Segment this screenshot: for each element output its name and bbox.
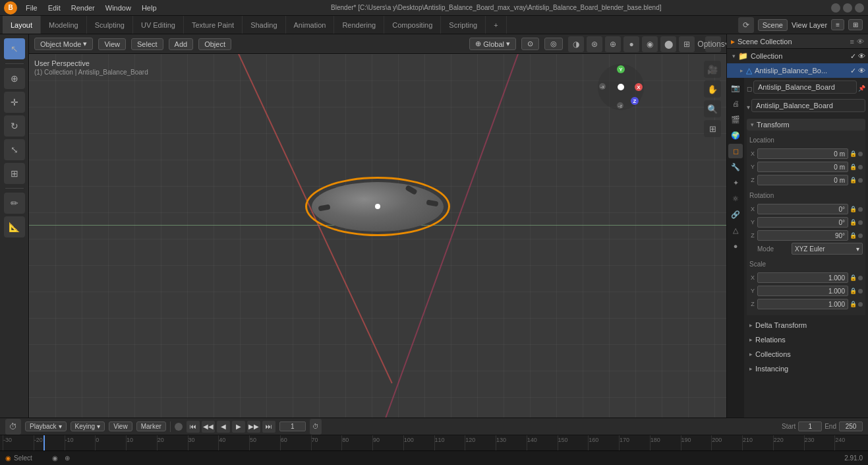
tab-shading[interactable]: Shading [243, 16, 285, 34]
outliner-eye-icon[interactable]: 👁 [857, 38, 864, 46]
tool-rotate[interactable]: ↻ [4, 115, 25, 137]
collection-vis-checkbox[interactable]: ✓ [850, 52, 856, 61]
workspace-icon-btn[interactable]: ⟳ [738, 17, 754, 33]
location-z-input[interactable] [757, 175, 848, 185]
scale-x-input[interactable] [757, 272, 848, 283]
menu-edit[interactable]: Edit [43, 3, 65, 13]
proportional-edit-btn[interactable]: ◎ [544, 38, 563, 50]
minimize-button[interactable] [831, 3, 840, 13]
tool-cursor[interactable]: ⊕ [4, 68, 25, 89]
next-frame-btn[interactable]: ▶▶ [247, 421, 260, 433]
jump-to-end-btn[interactable]: ⏭ [262, 421, 275, 433]
rot-z-lock[interactable]: 🔒 [850, 232, 857, 239]
prop-render-icon[interactable]: 📷 [728, 80, 743, 95]
tab-compositing[interactable]: Compositing [384, 16, 441, 34]
scale-y-input[interactable] [757, 286, 848, 296]
outliner-item-object[interactable]: ▸ △ Antislip_Balance_Bo... ✓ 👁 [727, 63, 868, 78]
viewport-material-btn[interactable]: ◉ [642, 36, 658, 52]
viewport-eevee-btn[interactable]: ⊞ [679, 36, 695, 52]
tool-scale[interactable]: ⤡ [4, 139, 25, 160]
close-button[interactable] [855, 3, 864, 13]
end-frame-input[interactable]: 250 [839, 421, 863, 431]
prop-object-icon[interactable]: ◻ [728, 144, 743, 158]
outliner-item-collection[interactable]: ▾ 📁 Collection ✓ 👁 [727, 49, 868, 63]
viewport-solid-btn[interactable]: ● [623, 36, 639, 52]
menu-help[interactable]: Help [137, 3, 161, 13]
prop-output-icon[interactable]: 🖨 [728, 96, 743, 111]
menu-window[interactable]: Window [101, 3, 136, 13]
tab-texture-paint[interactable]: Texture Paint [184, 16, 243, 34]
scale-x-lock[interactable]: 🔒 [850, 274, 857, 281]
view-menu[interactable]: View [98, 38, 126, 50]
search-btn[interactable]: 🔍 [704, 100, 721, 117]
rot-y-lock[interactable]: 🔒 [850, 219, 857, 226]
rotation-x-input[interactable] [757, 204, 848, 214]
timeline-marker-btn[interactable]: Marker [136, 421, 166, 431]
tool-transform[interactable]: ⊞ [4, 163, 25, 184]
object-name-field[interactable]: Antislip_Balance_Board [753, 80, 857, 94]
snap-btn[interactable]: ⊙ [521, 38, 539, 50]
add-menu[interactable]: Add [169, 38, 194, 50]
grid-btn[interactable]: ⊞ [704, 120, 721, 137]
prop-data-icon[interactable]: △ [728, 223, 743, 237]
viewport-overlay-btn[interactable]: ⊛ [587, 36, 602, 52]
outliner-filter-icon[interactable]: ≡ [850, 38, 854, 46]
rotation-z-input[interactable] [757, 230, 848, 241]
delta-transform-row[interactable]: ▸ Delta Transform [747, 318, 865, 332]
loc-y-lock[interactable]: 🔒 [850, 164, 857, 170]
blender-logo[interactable]: B [4, 1, 17, 15]
tab-modeling[interactable]: Modeling [41, 16, 87, 34]
tab-layout[interactable]: Layout [3, 16, 41, 34]
options-btn[interactable]: Options ▾ [705, 36, 721, 52]
hand-pan-btn[interactable]: ✋ [704, 80, 721, 98]
tool-measure[interactable]: 📐 [4, 216, 25, 237]
rotation-mode-dropdown[interactable]: XYZ Euler ▾ [792, 243, 863, 255]
current-frame-input[interactable]: 1 [279, 421, 306, 431]
loc-z-lock[interactable]: 🔒 [850, 177, 857, 183]
rotation-y-input[interactable] [757, 217, 848, 228]
menu-render[interactable]: Render [67, 3, 100, 13]
collections-row[interactable]: ▸ Collections [747, 347, 865, 361]
3d-object-antislip[interactable] [305, 177, 450, 236]
tab-sculpting[interactable]: Sculpting [87, 16, 133, 34]
fps-btn[interactable]: ⏱ [310, 419, 322, 435]
prop-particles-icon[interactable]: ✦ [728, 175, 743, 190]
transform-header[interactable]: ▾ Transform [747, 119, 865, 131]
camera-view-btn[interactable]: 🎥 [704, 61, 721, 78]
transform-dropdown[interactable]: ⊕ Global ▾ [469, 38, 516, 50]
tool-move[interactable]: ✛ [4, 92, 25, 113]
gizmo-neg-z[interactable]: -z [617, 102, 623, 109]
jump-to-start-btn[interactable]: ⏮ [187, 421, 200, 433]
render-filter-btn[interactable]: ⊞ [848, 19, 863, 30]
gizmo-z-axis[interactable]: Z [631, 97, 639, 105]
tool-select[interactable]: ↖ [4, 38, 25, 59]
object-eye-icon[interactable]: 👁 [858, 67, 865, 75]
collection-eye-icon[interactable]: 👁 [858, 52, 865, 61]
tab-uv-editing[interactable]: UV Editing [133, 16, 184, 34]
viewport-canvas[interactable]: User Perspective (1) Collection | Antisl… [29, 54, 726, 418]
timeline-mode-icon[interactable]: ⏱ [5, 419, 21, 435]
tab-add[interactable]: + [486, 16, 506, 34]
select-menu[interactable]: Select [131, 38, 163, 50]
scale-y-lock[interactable]: 🔒 [850, 288, 857, 294]
keyframe-btn[interactable] [175, 423, 183, 431]
maximize-button[interactable] [843, 3, 852, 13]
prev-frame-btn[interactable]: ◀ [217, 421, 230, 433]
prop-modifier-icon[interactable]: 🔧 [728, 160, 743, 174]
data-name-field[interactable]: Antislip_Balance_Board [751, 99, 865, 112]
object-menu[interactable]: Object [198, 38, 231, 50]
viewport-rendered-btn[interactable]: ⬤ [660, 36, 676, 52]
navigation-gizmo[interactable]: X Y Z -x -z [594, 61, 647, 113]
prop-scene-icon[interactable]: 🎬 [728, 112, 743, 127]
start-frame-input[interactable]: 1 [798, 421, 822, 431]
loc-x-lock[interactable]: 🔒 [850, 150, 857, 157]
tab-rendering[interactable]: Rendering [334, 16, 384, 34]
object-vis-checkbox[interactable]: ✓ [850, 67, 856, 75]
data-type-dropdown[interactable]: ▾ [747, 104, 750, 111]
relations-row[interactable]: ▸ Relations [747, 332, 865, 347]
viewport-gizmo-btn[interactable]: ⊕ [605, 36, 621, 52]
tab-animation[interactable]: Animation [286, 16, 335, 34]
object-mode-dropdown[interactable]: Object Mode ▾ [34, 38, 93, 50]
play-btn[interactable]: ▶ [232, 421, 245, 433]
location-y-input[interactable] [757, 162, 848, 172]
